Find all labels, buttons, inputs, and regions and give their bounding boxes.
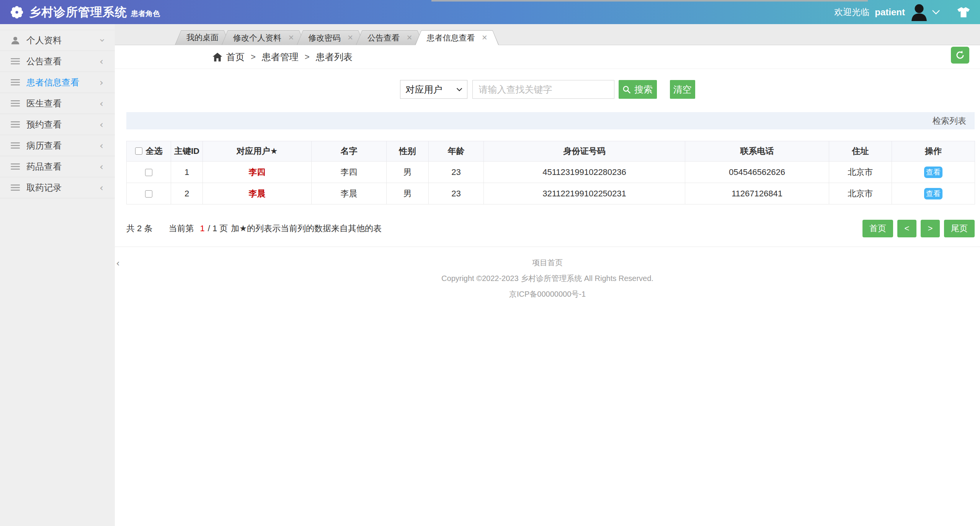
tab-change-password[interactable]: 修改密码 × xyxy=(297,30,364,45)
next-page-button[interactable]: > xyxy=(921,220,940,237)
menu-icon xyxy=(10,57,21,65)
last-page-button[interactable]: 尾页 xyxy=(944,220,975,237)
table-row: 2 李晨 李晨 男 23 321122199102250231 11267126… xyxy=(127,183,975,204)
user-icon xyxy=(10,36,21,46)
tab-announcements[interactable]: 公告查看 × xyxy=(356,30,423,45)
filter-select[interactable]: 对应用户 xyxy=(400,80,467,99)
breadcrumb-current: 患者列表 xyxy=(316,51,353,63)
column-user: 对应用户★ xyxy=(203,141,312,162)
user-link[interactable]: 李四 xyxy=(249,167,266,177)
sidebar-item-label: 医生查看 xyxy=(26,98,62,109)
cell-id: 1 xyxy=(171,162,203,183)
sidebar: 个人资料 ‹ 公告查看 ‹ 患者信息查看 › 医生查看 ‹ xyxy=(0,24,115,526)
menu-icon xyxy=(10,163,21,170)
column-address: 住址 xyxy=(829,141,892,162)
close-icon[interactable]: × xyxy=(348,32,353,42)
chevron-down-icon[interactable] xyxy=(932,10,940,15)
column-actions: 操作 xyxy=(892,141,975,162)
app-header: 乡村诊所管理系统 患者角色 欢迎光临 patient xyxy=(0,0,980,24)
page-footer: 项目首页 Copyright ©2022-2023 乡村诊所管理系统 All R… xyxy=(115,247,980,299)
view-button[interactable]: 查看 xyxy=(924,167,942,178)
prev-page-button[interactable]: < xyxy=(897,220,916,237)
column-id: 主键ID xyxy=(171,141,203,162)
refresh-button[interactable] xyxy=(951,47,969,64)
home-icon xyxy=(212,52,222,62)
column-gender: 性别 xyxy=(387,141,429,162)
sidebar-collapse-handle[interactable]: ‹ xyxy=(113,254,122,273)
welcome-text: 欢迎光临 xyxy=(834,6,869,18)
cell-id: 2 xyxy=(171,183,203,204)
project-home-link[interactable]: 项目首页 xyxy=(115,258,980,268)
menu-icon xyxy=(10,184,21,191)
sidebar-item-label: 药品查看 xyxy=(26,161,62,173)
cell-name: 李晨 xyxy=(312,183,387,204)
search-input[interactable] xyxy=(472,80,614,99)
breadcrumb-home[interactable]: 首页 xyxy=(226,51,245,63)
icp-text: 京ICP备00000000号-1 xyxy=(115,289,980,299)
select-all-checkbox[interactable] xyxy=(135,147,142,155)
brand: 乡村诊所管理系统 患者角色 xyxy=(10,4,160,20)
sidebar-item-pickup-records[interactable]: 取药记录 ‹ xyxy=(0,177,115,198)
cell-gender: 男 xyxy=(387,183,429,204)
breadcrumb-row: 首页 > 患者管理 > 患者列表 xyxy=(115,45,980,69)
close-icon[interactable]: × xyxy=(407,32,412,42)
chevron-left-icon: ‹ xyxy=(100,141,103,150)
sidebar-item-medicines[interactable]: 药品查看 ‹ xyxy=(0,156,115,177)
sidebar-item-label: 病历查看 xyxy=(26,140,62,152)
chevron-right-icon: › xyxy=(100,78,103,87)
row-checkbox[interactable] xyxy=(145,190,152,198)
total-pages-text: / 1 页 xyxy=(208,223,228,234)
column-label: 全选 xyxy=(146,145,163,157)
pagination-bar: 共 2 条 当前第 1 / 1 页 加★的列表示当前列的数据来自其他的表 首页 … xyxy=(126,220,975,237)
table-row: 1 李四 李四 男 23 451123199102280236 05454656… xyxy=(127,162,975,183)
tab-patient-info[interactable]: 患者信息查看 × xyxy=(415,30,498,45)
sidebar-item-patient-info[interactable]: 患者信息查看 › xyxy=(0,72,115,93)
search-button[interactable]: 搜索 xyxy=(619,80,657,99)
theme-tshirt-icon[interactable] xyxy=(957,7,970,18)
close-icon[interactable]: × xyxy=(288,32,294,42)
sidebar-item-appointments[interactable]: 预约查看 ‹ xyxy=(0,114,115,135)
tab-edit-profile[interactable]: 修改个人资料 × xyxy=(222,30,305,45)
cell-id-card: 451123199102280236 xyxy=(484,162,685,183)
search-button-label: 搜索 xyxy=(634,83,653,96)
breadcrumb-separator: > xyxy=(305,52,310,62)
sidebar-item-label: 取药记录 xyxy=(26,182,62,194)
menu-icon xyxy=(10,142,21,149)
cell-phone: 054546562626 xyxy=(685,162,829,183)
cell-age: 23 xyxy=(429,162,484,183)
chevron-left-icon: ‹ xyxy=(100,183,103,193)
close-icon[interactable]: × xyxy=(482,32,487,42)
avatar[interactable] xyxy=(911,3,927,21)
sidebar-item-personal-info[interactable]: 个人资料 ‹ xyxy=(0,30,115,51)
menu-icon xyxy=(10,78,21,86)
column-name: 名字 xyxy=(312,141,387,162)
breadcrumb-separator: > xyxy=(251,52,256,62)
current-page-number: 1 xyxy=(200,224,204,234)
breadcrumb-patient-mgmt[interactable]: 患者管理 xyxy=(262,51,299,63)
menu-icon xyxy=(10,121,21,128)
role-badge: 患者角色 xyxy=(131,9,160,19)
app-title: 乡村诊所管理系统 xyxy=(29,4,127,20)
row-checkbox[interactable] xyxy=(145,169,152,176)
chevron-down-icon xyxy=(456,88,462,91)
column-id-card: 身份证号码 xyxy=(484,141,685,162)
pagination-info: 共 2 条 当前第 1 / 1 页 加★的列表示当前列的数据来自其他的表 xyxy=(126,223,385,234)
copyright-text: Copyright ©2022-2023 乡村诊所管理系统 All Rights… xyxy=(115,273,980,284)
cell-address: 北京市 xyxy=(829,162,892,183)
main-content: 首页 > 患者管理 > 患者列表 对应用户 xyxy=(115,45,980,305)
chevron-left-icon: ‹ xyxy=(100,162,103,172)
view-button[interactable]: 查看 xyxy=(924,188,942,199)
sidebar-item-announcements[interactable]: 公告查看 ‹ xyxy=(0,51,115,72)
window-edge-artifact xyxy=(431,0,868,2)
cell-gender: 男 xyxy=(387,162,429,183)
refresh-icon xyxy=(955,50,965,60)
user-link[interactable]: 李晨 xyxy=(249,189,266,198)
menu-icon xyxy=(10,100,21,107)
sidebar-item-medical-records[interactable]: 病历查看 ‹ xyxy=(0,135,115,156)
cell-name: 李四 xyxy=(312,162,387,183)
chevron-left-icon: ‹ xyxy=(100,57,103,66)
sidebar-item-label: 个人资料 xyxy=(26,34,62,46)
clear-button[interactable]: 清空 xyxy=(670,80,695,99)
sidebar-item-doctors[interactable]: 医生查看 ‹ xyxy=(0,93,115,114)
first-page-button[interactable]: 首页 xyxy=(862,220,893,237)
